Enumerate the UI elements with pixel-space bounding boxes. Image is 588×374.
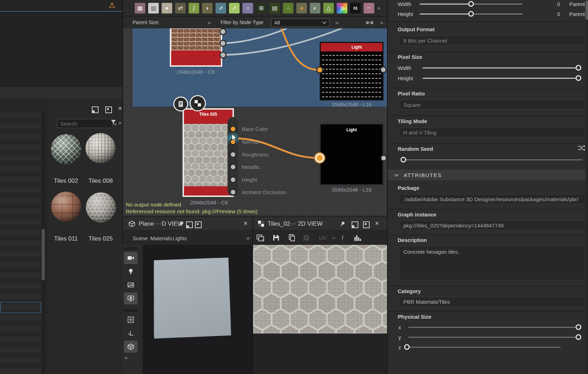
view3d-viewport[interactable] bbox=[143, 245, 252, 374]
transform-icon[interactable]: ⇗ bbox=[215, 3, 226, 13]
histogram-icon[interactable]: △ bbox=[323, 3, 334, 13]
toolbar-overflow-button[interactable]: » bbox=[377, 5, 380, 12]
maximize-view2d-icon[interactable] bbox=[363, 221, 370, 230]
library-item-tiles-011[interactable] bbox=[51, 192, 81, 222]
view3d-header[interactable]: Plane ···D VIEW × bbox=[122, 217, 252, 231]
search-input[interactable] bbox=[57, 119, 113, 128]
layers-icon[interactable] bbox=[257, 235, 264, 241]
light-node-1-output-pin[interactable] bbox=[380, 66, 387, 73]
light-node-2-output-pin[interactable] bbox=[380, 155, 387, 161]
dither-01-icon[interactable]: 01 bbox=[350, 3, 361, 13]
close-view-icon[interactable]: × bbox=[243, 221, 248, 226]
random-seed-track[interactable] bbox=[402, 159, 583, 160]
tiles-output-pin-height[interactable] bbox=[230, 176, 236, 183]
pin-icon[interactable] bbox=[178, 221, 184, 227]
comment-badge-icon[interactable] bbox=[173, 97, 188, 111]
base-width-knob[interactable] bbox=[468, 1, 474, 7]
axes-icon[interactable] bbox=[124, 327, 138, 339]
pixel-ratio-select[interactable]: Square bbox=[399, 100, 585, 110]
filter-funnel-icon[interactable] bbox=[110, 119, 117, 126]
base-height-knob[interactable] bbox=[468, 11, 474, 17]
save-icon[interactable] bbox=[273, 234, 280, 241]
tiles-output-pin-ambient-occlusion[interactable] bbox=[230, 189, 236, 196]
tiling-mode-select[interactable]: H and V Tiling bbox=[399, 127, 585, 137]
left-list[interactable] bbox=[0, 113, 46, 374]
random-seed-knob[interactable] bbox=[401, 157, 406, 163]
left-list-scrollbar-thumb[interactable] bbox=[42, 229, 45, 280]
base-height-ref[interactable]: Parent bbox=[569, 11, 585, 17]
tiles-output-pin-metallic[interactable] bbox=[230, 164, 236, 170]
tab-lights[interactable]: Lights bbox=[173, 231, 187, 245]
pixel-height-knob[interactable] bbox=[576, 75, 581, 81]
output-format-select[interactable]: 8 Bits per Channel bbox=[399, 35, 585, 45]
maximize-view-icon[interactable] bbox=[195, 221, 202, 230]
base-width-ref[interactable]: Parent bbox=[569, 1, 585, 7]
light-node-1-input-pin[interactable] bbox=[316, 66, 323, 73]
brick-output-pin-1[interactable] bbox=[219, 28, 226, 35]
tile-grid-icon[interactable]: ⊞ bbox=[256, 3, 267, 13]
library-overflow-button[interactable]: » bbox=[118, 119, 122, 126]
info-icon[interactable]: i bbox=[342, 234, 343, 241]
tab-materials[interactable]: Materials bbox=[150, 231, 172, 245]
library-item-tiles-008[interactable] bbox=[85, 133, 116, 163]
transform-2d-icon[interactable] bbox=[303, 234, 310, 241]
library-item-tiles-002[interactable] bbox=[51, 134, 81, 164]
tabbar-overflow[interactable]: » bbox=[246, 235, 250, 242]
environment-icon[interactable] bbox=[124, 279, 138, 291]
top-left-field[interactable] bbox=[0, 0, 122, 12]
view3d-toolbar-overflow[interactable]: » bbox=[124, 354, 128, 361]
drop-icon[interactable]: ● bbox=[162, 3, 172, 13]
brick-node[interactable] bbox=[170, 28, 222, 67]
physical-z-track[interactable] bbox=[408, 347, 561, 348]
color-wheel-icon[interactable]: ◎ bbox=[337, 3, 347, 13]
brick-output-pin-2[interactable] bbox=[219, 40, 226, 47]
tab-scene[interactable]: Scene bbox=[133, 231, 148, 245]
attributes-section-header[interactable]: ATTRIBUTES bbox=[388, 170, 588, 180]
base-width-value[interactable]: 0 bbox=[557, 1, 560, 7]
copy-icon[interactable] bbox=[289, 234, 296, 241]
physical-y-knob[interactable] bbox=[576, 334, 581, 340]
bezier-icon[interactable]: ~ bbox=[364, 3, 374, 13]
light-bulb-icon[interactable] bbox=[124, 265, 138, 277]
filter-overflow[interactable]: » bbox=[335, 19, 338, 26]
physical-x-track[interactable] bbox=[408, 327, 581, 328]
graph-view[interactable]: 2048x2048 - C8 Light 2048x2048 - L16 Til… bbox=[122, 28, 387, 216]
warning-icon[interactable]: ⚠ bbox=[108, 1, 116, 10]
tiles-node[interactable]: Tiles 025 bbox=[183, 108, 234, 197]
graph-toolbar-overflow[interactable]: » bbox=[380, 19, 383, 26]
shuffle-seed-icon[interactable] bbox=[578, 145, 586, 151]
view2d-header[interactable]: Tiles_02··· 2D VIEW × bbox=[252, 217, 387, 231]
properties-scrollbar-thumb[interactable] bbox=[586, 1, 588, 20]
close-view2d-icon[interactable]: × bbox=[375, 221, 379, 226]
float-panel-icon[interactable] bbox=[92, 106, 99, 115]
tile-sampler-icon[interactable]: ▤ bbox=[269, 3, 280, 13]
light-node-1[interactable]: Light bbox=[320, 42, 383, 100]
pin-icon-2d[interactable] bbox=[339, 221, 346, 227]
brick-output-pin-3[interactable] bbox=[219, 51, 226, 59]
physical-z-knob[interactable] bbox=[404, 344, 410, 350]
plane-mesh[interactable] bbox=[152, 258, 231, 339]
link-nodes-icon[interactable] bbox=[366, 20, 374, 26]
blend-icon[interactable]: ● bbox=[296, 3, 307, 13]
camera-icon[interactable] bbox=[124, 252, 138, 264]
properties-scrollbar[interactable] bbox=[586, 0, 588, 374]
maximize-panel-icon[interactable] bbox=[105, 106, 112, 115]
display-settings-icon[interactable] bbox=[124, 292, 138, 304]
vector-icon[interactable]: ▨ bbox=[148, 3, 159, 13]
tiles-output-pin-base-color[interactable] bbox=[230, 126, 236, 132]
physical-x-knob[interactable] bbox=[576, 324, 581, 330]
library-item-tiles-025[interactable] bbox=[86, 192, 116, 222]
description-textarea[interactable]: Concrete hexagon tiles, bbox=[399, 246, 585, 280]
uv-chevron-icon[interactable] bbox=[332, 237, 336, 240]
output-badge-icon[interactable] bbox=[190, 95, 206, 111]
geometry-icon[interactable] bbox=[124, 314, 138, 326]
category-field[interactable]: PBR Materials/Tiles bbox=[399, 297, 585, 307]
pixel-width-track[interactable] bbox=[422, 67, 581, 68]
graph-instance-field[interactable]: pkg:///tiles_025?dependency=1444847749 bbox=[399, 220, 588, 230]
ruler-arrow-icon[interactable]: ↗ bbox=[229, 3, 240, 13]
left-list-selected-row[interactable] bbox=[0, 302, 41, 313]
drop-arrow-icon[interactable]: ◗ bbox=[202, 3, 213, 13]
node-type-select[interactable]: All bbox=[271, 18, 330, 27]
sphere-icon[interactable]: ◐ bbox=[310, 3, 320, 13]
tiles-output-pin-roughness[interactable] bbox=[230, 151, 236, 158]
